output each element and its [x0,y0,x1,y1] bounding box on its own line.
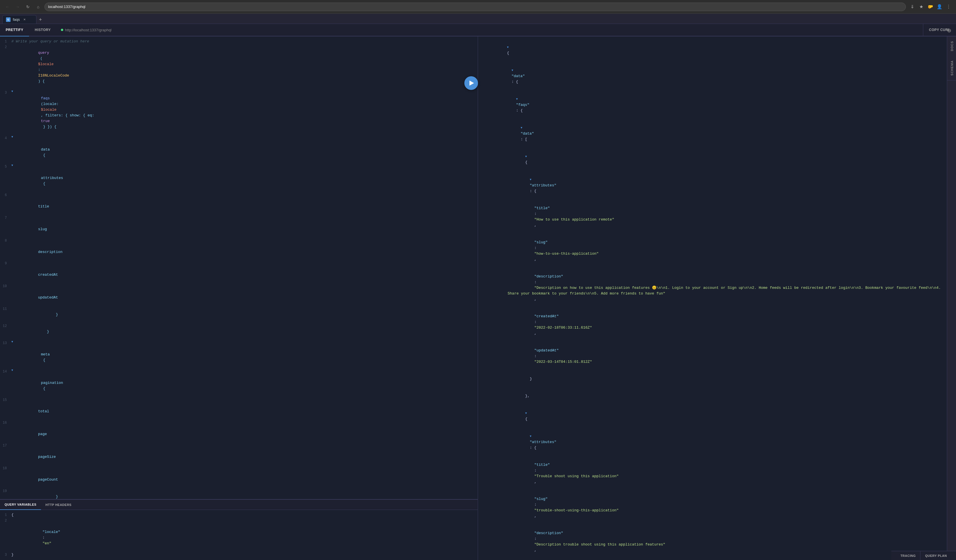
fold-data[interactable]: ▼ [512,69,513,72]
resp-line-12: }, [478,387,956,405]
resp-content-11: } [480,370,954,387]
line-num-7: 7 [2,215,11,221]
fold-root[interactable]: ▼ [507,46,509,49]
line-content-7: slug [11,215,475,238]
prettify-button[interactable]: PRETTIFY [0,24,29,36]
extensions-button[interactable]: 🤛 [926,3,934,11]
code-line-5: 5 ▼ attributes { [0,164,478,192]
line-content-9: createdAt [11,260,475,284]
fold-attrs-0[interactable]: ▼ [530,178,531,181]
more-button[interactable]: ⋮ [945,3,953,11]
run-button[interactable] [464,76,478,90]
graphql-ide: ⚙ PRETTIFY HISTORY http://localhost:1337… [0,24,956,560]
resp-content-10: "updatedAt" : "2022-03-14T04:15:01.812Z" [480,342,954,370]
tab-close-button[interactable]: ✕ [22,17,27,22]
code-line-14: 14 ▼ pagination { [0,369,478,397]
history-button[interactable]: HISTORY [29,24,57,36]
line-content-14: pagination { [14,369,475,397]
code-line-1: 1 # Write your query or mutation here [0,39,478,44]
line-num-3: 3 [2,90,11,96]
docs-tab[interactable]: DOCS [947,36,956,56]
fold-arrow-5[interactable]: ▼ [11,164,13,167]
code-line-11: 11 } [0,306,478,323]
query-plan-button[interactable]: QUERY PLAN [920,551,951,560]
query-variables-tab[interactable]: QUERY VARIABLES [0,500,41,510]
query-variables-section: QUERY VARIABLES HTTP HEADERS 1 { 2 "loca… [0,499,478,560]
home-button[interactable]: ⌂ [34,3,42,11]
var-line-2: 2 "locale" : "en" [0,518,478,552]
line-num-5: 5 [2,164,11,169]
settings-button[interactable]: ⚙ [945,26,954,35]
fold-attrs-1[interactable]: ▼ [530,435,531,438]
fold-item-0[interactable]: ▼ [525,155,527,158]
line-content-4: data { [14,135,475,164]
line-content-17: pageSize [11,443,475,466]
resp-line-15: "title" : "Trouble shoot using this appl… [478,456,956,491]
fold-arrow-4[interactable]: ▼ [11,135,13,138]
line-content-1: # Write your query or mutation here [11,39,475,44]
address-bar[interactable]: localhost:1337/graphql [44,3,906,11]
line-content-6: title [11,192,475,215]
resp-content-16: "slug" : "trouble-shoot-using-this-appli… [480,491,954,525]
back-button[interactable]: ← [3,3,11,11]
line-num-17: 17 [2,443,11,449]
fold-faqs[interactable]: ▼ [516,97,518,101]
response-area[interactable]: ▼ { ▼ "data" : { ▼ "faqs" [478,36,956,560]
http-headers-tab[interactable]: HTTP HEADERS [41,500,76,510]
line-content-3: faqs (locale: $locale , filters: { show:… [14,90,475,135]
resp-line-18: "createdAt" : "2022-02-18T07:07:04.342Z"… [478,559,956,560]
fold-arrow-3[interactable]: ▼ [11,90,13,93]
url-text: localhost:1337/graphql [48,5,85,9]
line-num-2: 2 [2,44,11,50]
browser-chrome: ← → ↻ ⌂ localhost:1337/graphql ⇓ ★ 🤛 👤 ⋮ [0,0,956,14]
resp-content-5: ▼ "attributes" : { [480,171,954,200]
line-num-4: 4 [2,135,11,141]
resp-line-4: ▼ { [478,148,956,171]
fold-arrow-14[interactable]: ▼ [11,369,13,372]
resp-line-10: "updatedAt" : "2022-03-14T04:15:01.812Z" [478,342,956,370]
line-content-15: total [11,397,475,420]
bookmark-button[interactable]: ★ [917,3,925,11]
resp-content-18: "createdAt" : "2022-02-18T07:07:04.342Z"… [480,559,954,560]
account-button[interactable]: 👤 [936,3,943,11]
resp-content-17: "description" : "Description trouble sho… [480,525,954,559]
var-line-3: 3 } [0,552,478,558]
schema-tab[interactable]: SCHEMA [947,56,956,80]
line-content-8: description [11,238,475,260]
query-editor[interactable]: 1 # Write your query or mutation here 2 … [0,36,478,499]
resp-content-13: ▼ { [480,405,954,428]
resp-content-9: "createdAt" : "2022-02-18T06:33:11.616Z"… [480,308,954,342]
resp-line-7: "slug" : "how-to-use-this-application" , [478,234,956,268]
forward-button[interactable]: → [14,3,22,11]
line-num-16: 16 [2,420,11,426]
tab-label: faqs [13,17,20,22]
line-content-13: meta { [14,340,475,369]
resp-line-0: ▼ { [478,39,956,62]
download-button[interactable]: ⇓ [908,3,916,11]
line-num-1: 1 [2,39,11,44]
query-vars-content[interactable]: 1 { 2 "locale" : "en" 3 [0,510,478,560]
line-content-10: updatedAt [11,284,475,306]
faqs-tab[interactable]: G faqs ✕ [2,15,36,24]
resp-content-2: ▼ "faqs" : { [480,91,954,119]
new-tab-button[interactable]: + [36,16,44,24]
resp-content-1: ▼ "data" : { [480,62,954,91]
tracing-button[interactable]: TRACING [896,551,920,560]
line-num-6: 6 [2,192,11,198]
code-line-16: 16 page [0,420,478,443]
fold-faqs-data[interactable]: ▼ [521,126,522,129]
resp-line-16: "slug" : "trouble-shoot-using-this-appli… [478,491,956,525]
resp-content-8: "description" : "Description on how to u… [480,268,954,308]
resp-content-0: ▼ { [480,39,954,62]
line-num-10: 10 [2,284,11,289]
var-line-num-1: 1 [2,512,11,518]
fold-arrow-13[interactable]: ▼ [11,340,13,344]
code-line-4: 4 ▼ data { [0,135,478,164]
line-num-19: 19 [2,488,11,494]
resp-content-4: ▼ { [480,148,954,171]
code-line-6: 6 title [0,192,478,215]
reload-button[interactable]: ↻ [24,3,32,11]
resp-content-3: ▼ "data" : [ [480,119,954,148]
line-num-15: 15 [2,397,11,403]
fold-item-1[interactable]: ▼ [525,412,527,415]
